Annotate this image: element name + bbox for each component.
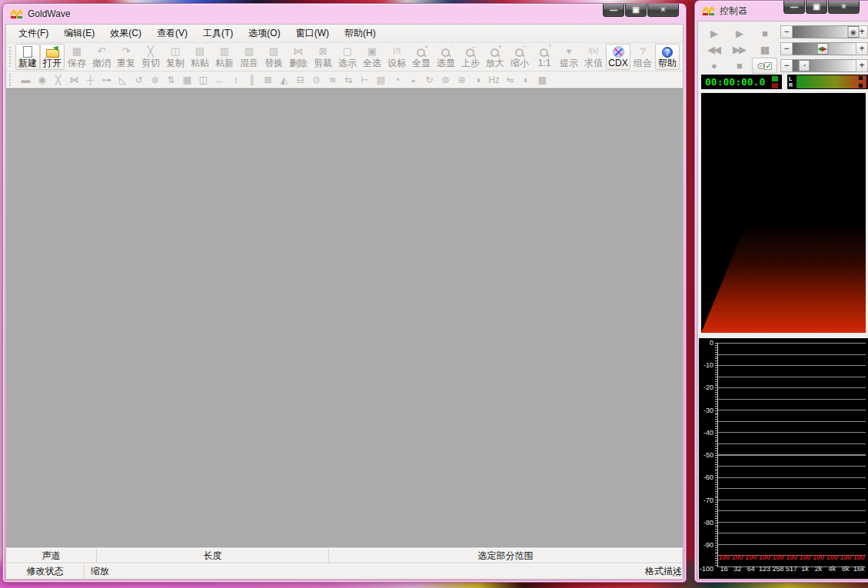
- slider-plus-button[interactable]: +: [856, 59, 868, 72]
- slider-track[interactable]: [793, 42, 856, 55]
- effect-icon[interactable]: ║: [246, 72, 258, 88]
- goldwave-titlebar[interactable]: GoldWave — ▣ ×: [3, 4, 686, 24]
- effect-icon[interactable]: ⊙: [311, 72, 322, 88]
- hints-button[interactable]: ▾ 提示: [557, 44, 581, 70]
- menu-help[interactable]: 帮助(H): [337, 24, 384, 43]
- fast-forward-button[interactable]: ▶▶: [727, 42, 752, 58]
- record-stop-button[interactable]: ■: [727, 58, 752, 74]
- open-button[interactable]: 打开: [40, 44, 65, 70]
- resize-grip[interactable]: [672, 568, 681, 577]
- effect-icon[interactable]: ⇆: [343, 72, 354, 88]
- effect-icon[interactable]: ◉: [36, 72, 48, 88]
- close-button[interactable]: ×: [828, 1, 860, 14]
- effect-icon[interactable]: ▬: [20, 72, 32, 88]
- show-selection-zoom-button[interactable]: · 选显: [434, 44, 458, 70]
- maximize-button[interactable]: ▣: [806, 1, 827, 14]
- slider-minus-button[interactable]: −: [780, 42, 793, 55]
- effect-icon[interactable]: ◐: [520, 72, 532, 88]
- previous-zoom-button[interactable]: ← 上步: [458, 44, 483, 70]
- replace-button[interactable]: ▨ 替换: [261, 44, 286, 70]
- effect-icon[interactable]: ⊚: [440, 72, 451, 88]
- effect-icon[interactable]: ←: [214, 72, 225, 88]
- effect-icon[interactable]: ◒: [407, 72, 419, 88]
- evaluate-button[interactable]: f(x) 求值: [581, 44, 606, 70]
- effect-icon[interactable]: ↺: [133, 72, 145, 88]
- effect-icon[interactable]: ↻: [424, 72, 435, 88]
- redo-button[interactable]: ↷ 重复: [114, 44, 138, 70]
- effect-icon[interactable]: ⊛: [149, 72, 161, 88]
- group-button[interactable]: ? 组合: [630, 44, 655, 70]
- paste-button[interactable]: ▤ 粘贴: [188, 44, 212, 70]
- effect-icon[interactable]: ⇋: [504, 72, 516, 88]
- play-selection-button[interactable]: ▶: [727, 25, 752, 42]
- slider-minus-button[interactable]: −: [780, 59, 793, 72]
- set-marker-button[interactable]: |?| 设标: [384, 44, 409, 70]
- slider-plus-button[interactable]: +: [856, 42, 868, 55]
- effect-icon[interactable]: ≋: [327, 72, 338, 88]
- menu-effects[interactable]: 效果(C): [102, 24, 149, 43]
- save-button[interactable]: ▦ 保存: [65, 44, 89, 70]
- copy-button[interactable]: ◫ 复制: [163, 44, 188, 70]
- effect-icon[interactable]: ⊶: [101, 72, 112, 88]
- effect-icon[interactable]: ⋈: [68, 72, 80, 88]
- menu-tools[interactable]: 工具(T): [195, 24, 241, 43]
- spectrum-analyzer[interactable]: 0-10-20-30-40-50-60-70-80-90 -100 100100…: [699, 338, 868, 580]
- effect-icon[interactable]: ▤: [375, 72, 387, 88]
- show-selection-button[interactable]: ▢ 选示: [335, 44, 360, 70]
- maximize-button[interactable]: ▣: [625, 4, 647, 17]
- effect-icon[interactable]: ⇅: [165, 72, 177, 88]
- cut-button[interactable]: ╳ 剪切: [138, 44, 163, 70]
- menu-view[interactable]: 查看(V): [149, 24, 195, 43]
- slider-track[interactable]: [793, 25, 856, 38]
- trim-button[interactable]: ⊠ 剪裁: [311, 44, 335, 70]
- effect-icon[interactable]: ⊠: [262, 72, 274, 88]
- menu-options[interactable]: 选项(O): [241, 24, 288, 43]
- menu-file[interactable]: 文件(F): [11, 24, 56, 43]
- delete-button[interactable]: ⋈ 删除: [286, 44, 311, 70]
- undo-button[interactable]: ↶ 撤消: [89, 44, 114, 70]
- zoom-in-button[interactable]: + 放大: [483, 44, 507, 70]
- help-button[interactable]: ? 帮助: [655, 44, 680, 70]
- effect-icon[interactable]: ⊕: [456, 72, 467, 88]
- effect-icon[interactable]: ╳: [52, 72, 64, 88]
- cdx-button[interactable]: CDX: [606, 44, 630, 70]
- controller-titlebar[interactable]: 控制器 — ▣ ×: [695, 1, 868, 21]
- effect-icon[interactable]: ▩: [537, 72, 548, 88]
- menu-edit[interactable]: 编辑(E): [56, 24, 102, 43]
- effect-icon[interactable]: ↕: [230, 72, 241, 88]
- rewind-button[interactable]: ◀◀: [701, 42, 727, 58]
- select-all-button[interactable]: ▣ 全选: [360, 44, 384, 70]
- mix-button[interactable]: ▧ 混音: [237, 44, 261, 70]
- effect-icon[interactable]: ◭: [278, 72, 290, 88]
- close-button[interactable]: ×: [647, 4, 679, 17]
- slider-track[interactable]: [793, 59, 856, 72]
- effect-icon[interactable]: ◫: [198, 72, 209, 88]
- record-mode-button[interactable]: ⊙✓: [752, 58, 777, 74]
- effect-icon[interactable]: ⊟: [294, 72, 306, 88]
- effect-icon[interactable]: ┼: [85, 72, 96, 88]
- slider-thumb[interactable]: [798, 60, 810, 71]
- visualization-display[interactable]: [700, 92, 866, 334]
- toolbar-grip[interactable]: [9, 47, 12, 67]
- minimize-button[interactable]: —: [603, 4, 624, 17]
- workspace-empty-area[interactable]: [6, 88, 683, 548]
- effect-icon[interactable]: Hz: [488, 72, 500, 88]
- zoom-1-1-button[interactable]: ¹ 1:1: [532, 44, 557, 70]
- effect-icon[interactable]: ◔: [391, 72, 403, 88]
- zoom-out-button[interactable]: − 缩小: [507, 44, 532, 70]
- record-button[interactable]: ●: [701, 58, 727, 74]
- paste-new-button[interactable]: ▥ 粘新: [212, 44, 237, 70]
- minimize-button[interactable]: —: [783, 1, 805, 14]
- effect-icon[interactable]: ▦: [181, 72, 193, 88]
- stop-button[interactable]: ■: [752, 25, 777, 42]
- effect-icon[interactable]: ◑: [472, 72, 484, 88]
- pause-button[interactable]: ▮▮: [752, 42, 777, 58]
- menu-window[interactable]: 窗口(W): [288, 24, 337, 43]
- effect-icon[interactable]: ⊢: [359, 72, 371, 88]
- slider-thumb[interactable]: [816, 43, 828, 55]
- toolbar-grip[interactable]: [9, 74, 12, 86]
- new-button[interactable]: 新建: [15, 44, 40, 70]
- slider-minus-button[interactable]: −: [780, 25, 793, 38]
- slider-thumb[interactable]: [847, 26, 859, 38]
- play-button[interactable]: ▶: [701, 25, 727, 42]
